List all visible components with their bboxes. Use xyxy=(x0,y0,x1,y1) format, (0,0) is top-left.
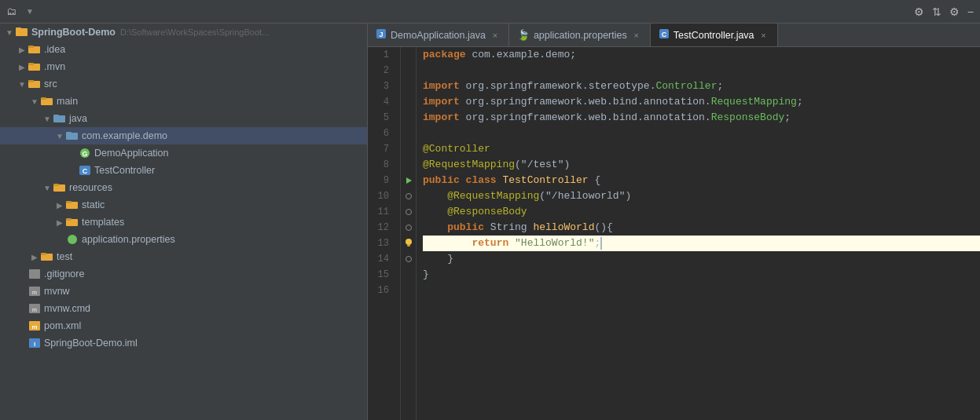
code-line-12[interactable]: public String helloWorld(){ xyxy=(423,220,980,236)
tab-label-props: application.properties xyxy=(534,30,627,41)
sidebar-item-gitignore[interactable]: .gitignore xyxy=(0,265,367,283)
sidebar-item-idea[interactable]: ▶.idea xyxy=(0,41,367,58)
tab-icon-demo: J xyxy=(376,28,387,42)
code-line-4[interactable]: import org.springframework.web.bind.anno… xyxy=(423,94,980,110)
settings-icon[interactable]: ⚙ xyxy=(949,5,960,18)
tree-arrow-test: ▶ xyxy=(28,253,41,261)
tree-arrow-templates: ▶ xyxy=(53,218,66,227)
svg-text:m: m xyxy=(31,323,37,331)
tree-arrow-static: ▶ xyxy=(53,201,66,210)
tree-icon-main xyxy=(41,96,53,107)
line-number-1: 1 xyxy=(368,47,394,63)
sidebar-item-main[interactable]: ▼main xyxy=(0,93,367,110)
svg-text:m: m xyxy=(32,307,37,312)
sidebar-item-src[interactable]: ▼src xyxy=(0,75,367,93)
sidebar-item-com.example.demo[interactable]: ▼com.example.demo xyxy=(0,127,367,144)
line-number-10: 10 xyxy=(368,188,394,204)
tab-test[interactable]: CTestController.java× xyxy=(651,24,778,46)
tree-label-idea: .idea xyxy=(44,44,65,55)
line-number-7: 7 xyxy=(368,141,394,157)
sidebar-item-mvnw[interactable]: mmvnw xyxy=(0,283,367,300)
code-line-10[interactable]: @RequestMapping("/helloworld") xyxy=(423,188,980,204)
sidebar-item-mvn[interactable]: ▶.mvn xyxy=(0,58,367,75)
sidebar-item-SpringBoot-Demo.iml[interactable]: ISpringBoot-Demo.iml xyxy=(0,334,367,352)
tree-arrow-main: ▼ xyxy=(28,97,41,106)
sidebar-item-java[interactable]: ▼java xyxy=(0,110,367,127)
editor-content: 12345678910111213141516 package com.exam… xyxy=(368,47,980,420)
gutter-cell-13 xyxy=(401,236,416,251)
gutter-cell-3 xyxy=(401,79,416,94)
tree-icon-src xyxy=(28,79,41,89)
sync-icon[interactable]: ⚙ xyxy=(914,5,924,18)
sidebar-item-DemoApplication[interactable]: GDemoApplication xyxy=(0,144,367,162)
root-arrow: ▼ xyxy=(3,28,16,37)
tab-close-demo[interactable]: × xyxy=(490,30,501,41)
svg-text:C: C xyxy=(661,31,666,38)
svg-rect-45 xyxy=(407,245,410,247)
code-line-3[interactable]: import org.springframework.stereotype.Co… xyxy=(423,79,980,94)
tree-icon-mvnw: m xyxy=(28,286,41,297)
tree-arrow-src: ▼ xyxy=(16,80,28,89)
gutter-cell-8 xyxy=(401,157,416,173)
code-lines[interactable]: package com.example.demo;import org.spri… xyxy=(417,47,980,420)
code-line-7[interactable]: @Controller xyxy=(423,141,980,157)
line-number-2: 2 xyxy=(368,63,394,79)
code-line-9[interactable]: public class TestController { xyxy=(423,173,980,188)
svg-rect-3 xyxy=(28,46,34,48)
sidebar-item-static[interactable]: ▶static xyxy=(0,196,367,214)
minimize-icon[interactable]: − xyxy=(967,5,974,18)
sidebar-item-templates[interactable]: ▶templates xyxy=(0,214,367,231)
code-line-6[interactable] xyxy=(423,126,980,141)
gutter-col xyxy=(401,47,417,420)
sidebar-root[interactable]: ▼SpringBoot-DemoD:\Software\WorkSpaces\S… xyxy=(0,24,367,41)
gutter-cell-6 xyxy=(401,126,416,141)
code-line-2[interactable] xyxy=(423,63,980,79)
tree-icon-mvn xyxy=(28,61,41,72)
sidebar-item-mvnw.cmd[interactable]: mmvnw.cmd xyxy=(0,300,367,317)
code-line-8[interactable]: @RequestMapping("/test") xyxy=(423,157,980,173)
gutter-cell-1 xyxy=(401,47,416,63)
sort-icon[interactable]: ⇅ xyxy=(932,5,941,18)
sidebar-item-TestController[interactable]: CTestController xyxy=(0,162,367,179)
tree-icon-idea xyxy=(28,44,41,55)
tree-label-com.example.demo: com.example.demo xyxy=(82,130,167,141)
tree-icon-static xyxy=(66,199,79,210)
tab-label-test: TestController.java xyxy=(674,30,754,41)
tree-icon-SpringBoot-Demo.iml: I xyxy=(28,338,41,349)
sidebar-item-test[interactable]: ▶test xyxy=(0,248,367,265)
svg-text:G: G xyxy=(82,150,87,158)
root-path: D:\Software\WorkSpaces\SpringBoot... xyxy=(120,27,269,37)
tree-icon-templates xyxy=(66,217,79,228)
tab-demo[interactable]: JDemoApplication.java× xyxy=(368,24,509,46)
sidebar-item-resources[interactable]: ▼resources xyxy=(0,179,367,196)
code-line-5[interactable]: import org.springframework.web.bind.anno… xyxy=(423,110,980,126)
dropdown-arrow[interactable]: ▼ xyxy=(26,7,34,16)
line-number-3: 3 xyxy=(368,79,394,94)
code-line-11[interactable]: @ResponseBody xyxy=(423,204,980,220)
tree-icon-mvnw.cmd: m xyxy=(28,303,41,314)
line-number-9: 9 xyxy=(368,173,394,188)
gutter-cell-5 xyxy=(401,110,416,126)
svg-text:C: C xyxy=(83,167,88,175)
tab-props[interactable]: 🍃application.properties× xyxy=(509,24,651,46)
tree-label-main: main xyxy=(57,96,78,107)
root-label: SpringBoot-Demo xyxy=(31,27,116,38)
gutter-cell-14 xyxy=(401,251,416,267)
line-number-12: 12 xyxy=(368,220,394,236)
line-number-13: 13 xyxy=(368,236,394,251)
sidebar-item-application.properties[interactable]: application.properties xyxy=(0,231,367,248)
code-line-15[interactable]: } xyxy=(423,267,980,283)
tab-close-props[interactable]: × xyxy=(631,30,642,41)
tab-close-test[interactable]: × xyxy=(758,30,769,41)
svg-rect-11 xyxy=(53,115,59,117)
code-line-13[interactable]: return "HelloWorld!"; xyxy=(423,236,980,251)
code-line-14[interactable]: } xyxy=(423,251,980,267)
code-line-16[interactable] xyxy=(423,283,980,298)
code-line-1[interactable]: package com.example.demo; xyxy=(423,47,980,63)
main-layout: ▼SpringBoot-DemoD:\Software\WorkSpaces\S… xyxy=(0,24,980,420)
tree-label-application.properties: application.properties xyxy=(82,234,175,245)
root-folder-icon xyxy=(16,26,28,39)
sidebar-item-pom.xml[interactable]: mpom.xml xyxy=(0,317,367,334)
tree-label-static: static xyxy=(82,199,105,210)
svg-marker-40 xyxy=(406,177,412,184)
